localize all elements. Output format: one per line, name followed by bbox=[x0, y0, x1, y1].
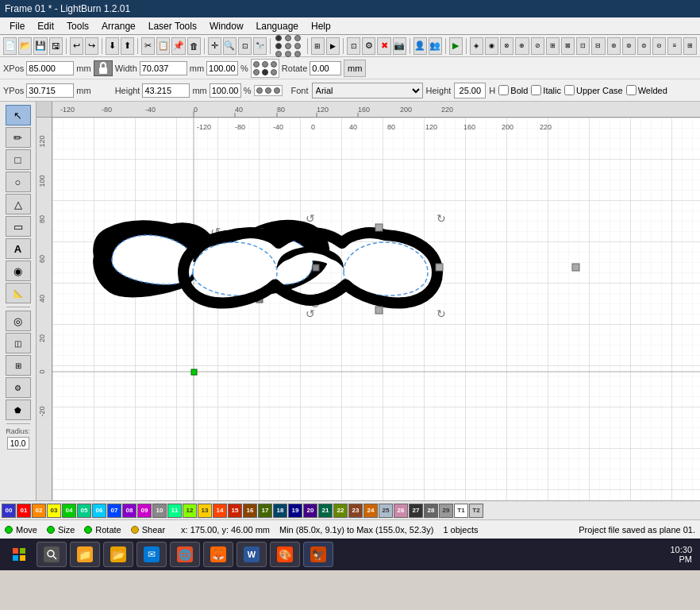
anchor-tc[interactable] bbox=[262, 61, 268, 68]
palette-swatch-T1[interactable]: T1 bbox=[454, 504, 468, 518]
menu-edit[interactable]: Edit bbox=[31, 19, 60, 33]
extra3[interactable]: ⊗ bbox=[500, 37, 513, 55]
palette-swatch-14[interactable]: 14 bbox=[213, 504, 227, 518]
extra15[interactable]: ⊞ bbox=[683, 37, 697, 55]
palette-swatch-25[interactable]: 25 bbox=[379, 504, 393, 518]
palette-swatch-23[interactable]: 23 bbox=[348, 504, 363, 518]
bold-option[interactable]: Bold bbox=[498, 85, 528, 95]
menu-language[interactable]: Language bbox=[250, 19, 305, 33]
ring-tool[interactable]: ◎ bbox=[6, 311, 31, 331]
grid-tool[interactable]: ⊞ bbox=[6, 355, 31, 376]
menu-arrange[interactable]: Arrange bbox=[95, 19, 142, 33]
circle-tool[interactable]: ○ bbox=[6, 172, 31, 192]
welded-option[interactable]: Welded bbox=[626, 85, 667, 95]
anchor-tl[interactable] bbox=[253, 61, 260, 68]
open-button[interactable]: 📂 bbox=[18, 37, 32, 55]
palette-swatch-27[interactable]: 27 bbox=[409, 504, 423, 518]
palette-swatch-28[interactable]: 28 bbox=[424, 504, 438, 518]
palette-swatch-21[interactable]: 21 bbox=[318, 504, 333, 518]
height-input[interactable] bbox=[142, 83, 190, 98]
rect-tool[interactable]: □ bbox=[6, 149, 31, 170]
palette-swatch-18[interactable]: 18 bbox=[273, 504, 287, 518]
palette-swatch-20[interactable]: 20 bbox=[303, 504, 317, 518]
save-as-button[interactable]: 🖫 bbox=[49, 37, 63, 55]
palette-swatch-17[interactable]: 17 bbox=[258, 504, 272, 518]
italic-check[interactable] bbox=[531, 85, 541, 95]
palette-swatch-08[interactable]: 08 bbox=[122, 504, 137, 518]
menu-window[interactable]: Window bbox=[203, 19, 250, 33]
menu-tools[interactable]: Tools bbox=[60, 19, 95, 33]
palette-swatch-05[interactable]: 05 bbox=[77, 504, 91, 518]
palette-swatch-24[interactable]: 24 bbox=[363, 504, 378, 518]
copy-button[interactable]: 📋 bbox=[156, 37, 170, 55]
lightburn-button[interactable]: 🦅 bbox=[303, 542, 333, 567]
search-button[interactable] bbox=[37, 542, 67, 567]
settings-button[interactable]: ⚙ bbox=[362, 37, 375, 55]
firefox-button[interactable]: 🦊 bbox=[203, 542, 233, 567]
grid-canvas[interactable]: ↺ ↻ ↺ ↻ bbox=[52, 118, 700, 500]
zoom-out[interactable]: 🔭 bbox=[253, 37, 267, 55]
palette-swatch-29[interactable]: 29 bbox=[439, 504, 453, 518]
extra14[interactable]: ≡ bbox=[667, 37, 681, 55]
menu-laser-tools[interactable]: Laser Tools bbox=[142, 19, 203, 33]
move-tool[interactable]: ✛ bbox=[208, 37, 221, 55]
height-pct[interactable] bbox=[210, 83, 241, 98]
palette-swatch-01[interactable]: 01 bbox=[17, 504, 31, 518]
rotate-input[interactable] bbox=[310, 61, 341, 75]
undo-button[interactable]: ↩ bbox=[70, 37, 83, 55]
delete-button[interactable]: 🗑 bbox=[187, 37, 201, 55]
anchor-bc[interactable] bbox=[265, 87, 271, 94]
palette-swatch-26[interactable]: 26 bbox=[394, 504, 408, 518]
palette-swatch-00[interactable]: 00 bbox=[2, 504, 16, 518]
run-button[interactable]: ▶ bbox=[449, 37, 463, 55]
palette-swatch-16[interactable]: 16 bbox=[243, 504, 257, 518]
extra9[interactable]: ⊟ bbox=[591, 37, 605, 55]
menu-help[interactable]: Help bbox=[305, 19, 337, 33]
anchor-mr[interactable] bbox=[271, 69, 277, 75]
font-select[interactable]: Arial bbox=[312, 83, 423, 98]
frame-tool[interactable]: ◫ bbox=[6, 333, 31, 353]
palette-swatch-07[interactable]: 07 bbox=[107, 504, 121, 518]
link-toggle[interactable] bbox=[94, 60, 113, 76]
extra4[interactable]: ⊕ bbox=[515, 37, 529, 55]
extra7[interactable]: ⊠ bbox=[561, 37, 575, 55]
width-pct[interactable] bbox=[206, 61, 238, 75]
extra2[interactable]: ◉ bbox=[485, 37, 498, 55]
import-button[interactable]: ⬇ bbox=[106, 37, 119, 55]
width-input[interactable] bbox=[140, 61, 187, 75]
extra13[interactable]: ⊝ bbox=[652, 37, 666, 55]
redo-button[interactable]: ↪ bbox=[85, 37, 98, 55]
italic-option[interactable]: Italic bbox=[531, 85, 561, 95]
cut-button[interactable]: ✂ bbox=[141, 37, 155, 55]
frame-button[interactable]: ⊡ bbox=[347, 37, 360, 55]
zoom-in[interactable]: 🔍 bbox=[223, 37, 237, 55]
uppercase-option[interactable]: Upper Case bbox=[564, 85, 623, 95]
camera-button[interactable]: 📷 bbox=[393, 37, 406, 55]
select-tool[interactable]: ↖ bbox=[6, 105, 31, 125]
word-button[interactable]: W bbox=[237, 542, 267, 567]
radius-input[interactable] bbox=[7, 437, 29, 450]
browser-button[interactable]: 🌐 bbox=[170, 542, 200, 567]
palette-swatch-13[interactable]: 13 bbox=[198, 504, 212, 518]
paint-button[interactable]: 🎨 bbox=[270, 542, 300, 567]
extra8[interactable]: ⊡ bbox=[576, 37, 590, 55]
mm-button[interactable]: mm bbox=[344, 60, 366, 77]
extra12[interactable]: ⊜ bbox=[637, 37, 651, 55]
palette-swatch-T2[interactable]: T2 bbox=[469, 504, 483, 518]
anchor-br[interactable] bbox=[274, 87, 280, 94]
canvas-area[interactable]: -120 -80 -40 0 40 80 120 160 200 220 bbox=[37, 102, 700, 500]
start-button[interactable] bbox=[5, 542, 33, 567]
uppercase-check[interactable] bbox=[564, 85, 575, 95]
palette-swatch-12[interactable]: 12 bbox=[183, 504, 197, 518]
paste-button[interactable]: 📌 bbox=[171, 37, 185, 55]
shape-tool[interactable]: ⬟ bbox=[6, 400, 31, 420]
anchor-tr[interactable] bbox=[271, 61, 277, 68]
user-btn[interactable]: 👤 bbox=[413, 37, 427, 55]
palette-swatch-22[interactable]: 22 bbox=[333, 504, 348, 518]
palette-swatch-06[interactable]: 06 bbox=[92, 504, 106, 518]
palette-swatch-11[interactable]: 11 bbox=[167, 504, 182, 518]
group-button[interactable]: ⊞ bbox=[311, 37, 325, 55]
measure-tool[interactable]: 📐 bbox=[6, 283, 31, 303]
files-button[interactable]: 📂 bbox=[103, 542, 133, 567]
font-size-input[interactable] bbox=[454, 83, 486, 98]
